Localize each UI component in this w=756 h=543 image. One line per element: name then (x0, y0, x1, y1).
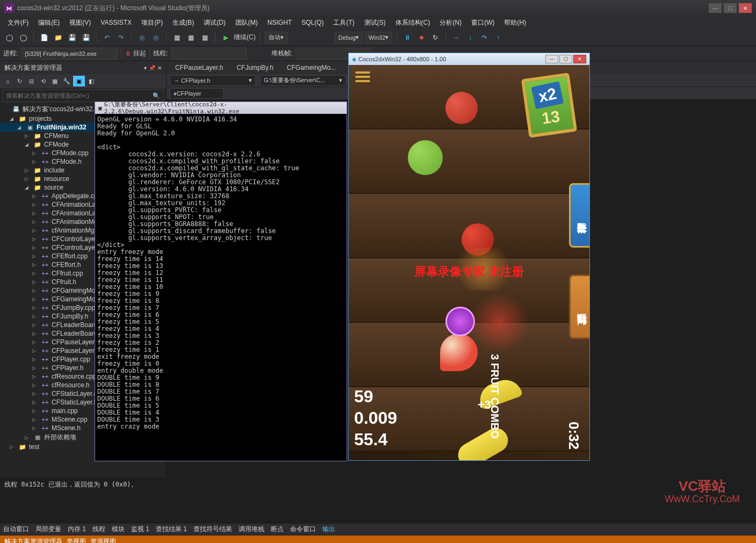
menu-item[interactable]: 视图(V) (65, 17, 95, 28)
close-panel-icon[interactable]: ✕ (157, 65, 162, 71)
sync-icon[interactable]: ⟲ (38, 76, 48, 86)
pin-icon[interactable]: 📌 (149, 65, 155, 71)
step-into-icon[interactable]: ↓ (464, 32, 476, 44)
output-tab[interactable]: 输出 (322, 525, 335, 534)
nav-fwd-icon[interactable]: ◯ (17, 32, 29, 44)
properties-icon[interactable]: 🔧 (61, 76, 72, 86)
menu-item[interactable]: 测试(S) (360, 17, 390, 28)
class-dropdown[interactable]: ♦ CFPlayer (170, 88, 224, 99)
red-apple (462, 223, 494, 256)
output-tab[interactable]: 断点 (271, 525, 284, 534)
output-tabs: 自动窗口局部变量内存 1线程模块监视 1查找结果 1查找符号结果调用堆栈断点命令… (0, 524, 756, 535)
site-watermark: VC驿站 WwW.CcTry.CoM (665, 480, 740, 505)
menu-item[interactable]: 生成(B) (168, 17, 198, 28)
undo-icon[interactable]: ↶ (101, 32, 113, 44)
close-button[interactable]: ✕ (739, 3, 752, 13)
menu-item[interactable]: 调试(D) (199, 17, 230, 28)
step-out-icon[interactable]: ↑ (492, 32, 504, 44)
collapse-icon[interactable]: ⊟ (26, 76, 37, 86)
target2-icon[interactable]: ◎ (150, 32, 162, 44)
output-tab[interactable]: 命令窗口 (290, 525, 316, 534)
redo-icon[interactable]: ↷ (115, 32, 127, 44)
thread-dropdown[interactable] (171, 48, 247, 60)
output-tab[interactable]: 模块 (112, 525, 125, 534)
side-flag-double: 双倍分数 (569, 183, 589, 248)
console-titlebar[interactable]: ▣G:\重要备份\Server\Client\cocos2d-x-2.2.6\D… (95, 102, 347, 114)
game-window[interactable]: ◆Cocos2dxWin32 - 480x800 - 1.00 — ☐ ✕ x2… (348, 53, 590, 461)
target-icon[interactable]: ◎ (136, 32, 148, 44)
menu-item[interactable]: VASSISTX (96, 18, 136, 27)
output-tab[interactable]: 局部变量 (35, 525, 61, 534)
green-apple (408, 140, 443, 175)
output-tab[interactable]: 监视 1 (131, 525, 149, 534)
view-icon[interactable]: ◧ (86, 76, 97, 86)
game-maximize-icon[interactable]: ☐ (559, 55, 572, 63)
menu-item[interactable]: 工具(T) (329, 17, 358, 28)
output-tab[interactable]: 线程 (92, 525, 105, 534)
suspend-button[interactable]: ⏸挂起 (125, 49, 146, 58)
save-icon[interactable]: 💾 (66, 32, 78, 44)
output-text: 线程 0x152c 已退出，返回值为 0 (0x0)。 (0, 478, 756, 524)
path-dropdown[interactable]: G:\重要备份\Server\C...▾ (260, 75, 346, 86)
game-titlebar[interactable]: ◆Cocos2dxWin32 - 480x800 - 1.00 — ☐ ✕ (349, 53, 589, 65)
window-title: cocos2d-win32.vc2012 (正在运行) - Microsoft … (17, 4, 210, 13)
minimize-button[interactable]: — (709, 3, 722, 13)
statusbar-tab[interactable]: 类视图 (67, 537, 86, 544)
maximize-button[interactable]: ☐ (724, 3, 737, 13)
output-tab[interactable]: 自动窗口 (3, 525, 29, 534)
menu-item[interactable]: 体系结构(C) (391, 17, 435, 28)
menu-item[interactable]: 窗口(W) (467, 17, 499, 28)
output-tab[interactable]: 调用堆栈 (239, 525, 264, 534)
game-close-icon[interactable]: ✕ (573, 55, 586, 63)
continue-button[interactable]: ▶ (220, 32, 232, 44)
scope-dropdown[interactable]: → CFPlayer.h▾ (170, 75, 256, 86)
document-tab[interactable]: CFJumpBy.h (230, 62, 279, 74)
panel-title: 解决方案资源管理器 (4, 63, 62, 73)
process-dropdown[interactable]: [5328] FruitNinja.win32.exe (21, 48, 118, 60)
hamburger-icon[interactable] (355, 71, 370, 82)
game-canvas[interactable]: x2 13 双倍分数 狂乱时间 屏幕录像专家 未注册 59 0.009 55.4… (349, 65, 589, 460)
hud-timer: 0:32 (565, 422, 582, 450)
box1-icon[interactable]: ▦ (171, 32, 183, 44)
menu-item[interactable]: 文件(F) (3, 17, 33, 28)
home-icon[interactable]: ⌂ (2, 76, 13, 86)
box2-icon[interactable]: ▦ (185, 32, 197, 44)
new-file-icon[interactable]: 📄 (38, 32, 50, 44)
console-window[interactable]: ▣G:\重要备份\Server\Client\cocos2d-x-2.2.6\D… (95, 102, 347, 461)
showall-icon[interactable]: ▦ (49, 76, 60, 86)
menu-item[interactable]: 分析(N) (435, 17, 466, 28)
menu-item[interactable]: 团队(M) (231, 17, 262, 28)
step-icon[interactable]: → (450, 32, 462, 44)
menu-item[interactable]: 编辑(E) (34, 17, 64, 28)
menu-item[interactable]: 项目(P) (137, 17, 167, 28)
output-tab[interactable]: 查找结果 1 (156, 525, 187, 534)
process-label: 进程: (3, 49, 18, 58)
solution-search[interactable]: 搜索解决方案资源管理器(Ctrl+;) 🔍 (2, 89, 164, 102)
statusbar-tab[interactable]: 解决方案资源管理器 (4, 537, 62, 544)
open-icon[interactable]: 📁 (52, 32, 64, 44)
solution-config-dropdown[interactable]: Debug ▾ (335, 32, 363, 44)
platform-dropdown[interactable]: Win32 ▾ (365, 32, 392, 44)
config-dropdown[interactable]: 自动 ▾ (265, 32, 287, 44)
step-over-icon[interactable]: ↷ (478, 32, 490, 44)
preview-icon[interactable]: ▣ (73, 76, 85, 86)
dropdown-icon[interactable]: ▾ (144, 65, 147, 71)
output-tab[interactable]: 内存 1 (68, 525, 86, 534)
refresh-icon[interactable]: ↻ (14, 76, 25, 86)
box3-icon[interactable]: ▦ (199, 32, 211, 44)
document-tab[interactable]: CFPauseLayer.h (169, 62, 229, 74)
output-tab[interactable]: 查找符号结果 (193, 525, 232, 534)
stop-icon[interactable]: ■ (415, 32, 427, 44)
game-minimize-icon[interactable]: — (545, 55, 558, 63)
nav-back-icon[interactable]: ◯ (3, 32, 15, 44)
save-all-icon[interactable]: 💾 (80, 32, 92, 44)
menu-item[interactable]: SQL(Q) (297, 18, 328, 27)
tomato (445, 92, 478, 124)
document-tab[interactable]: CFGameingMo... (280, 62, 342, 74)
restart-icon[interactable]: ↻ (429, 32, 441, 44)
statusbar-tab[interactable]: 资源视图 (90, 537, 116, 544)
pause-icon[interactable]: ⏸ (401, 32, 413, 44)
menu-item[interactable]: 帮助(H) (500, 17, 530, 28)
menu-item[interactable]: NSIGHT (263, 18, 296, 27)
output-panel: 线程 0x152c 已退出，返回值为 0 (0x0)。 自动窗口局部变量内存 1… (0, 477, 756, 535)
